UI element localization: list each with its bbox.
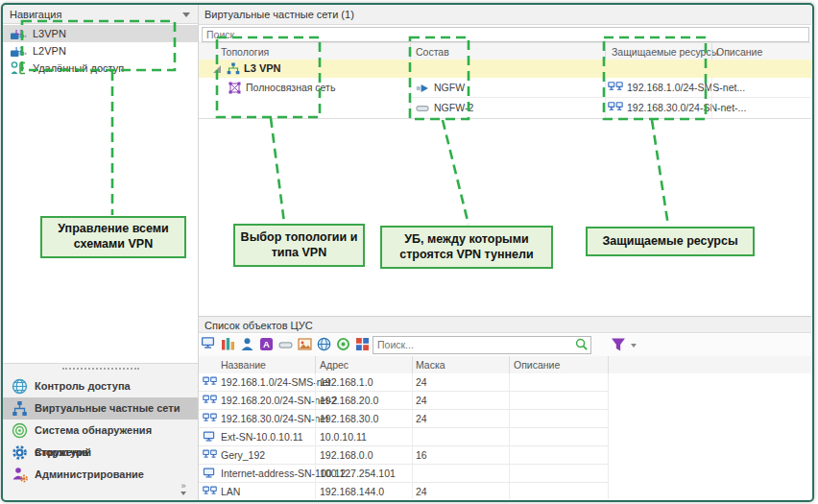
callout-manage-vpn: Управление всеми схемами VPN: [40, 216, 186, 258]
menu-item-ids[interactable]: Система обнаружения вторжений: [3, 420, 198, 442]
column-divider: [315, 373, 316, 499]
annotation-line: [271, 118, 284, 223]
column-header-members[interactable]: Состав: [416, 43, 449, 60]
objects-table-body: 192.168.1.0/24-SMS-net 192.168.1.0 24 19…: [199, 373, 811, 500]
member-label: NGFW-2: [434, 102, 473, 114]
object-row[interactable]: Internet-address-SN-100.12... 100.127.25…: [199, 465, 608, 483]
search-icon[interactable]: [575, 338, 589, 351]
column-divider: [509, 356, 510, 373]
module-menu: Контроль доступа Виртуальные частные сет…: [3, 363, 198, 501]
expand-group-icon[interactable]: [213, 65, 221, 73]
vpn-topology-row[interactable]: Полносвязная сеть NGFW NGFW-2 192.168.1.…: [199, 78, 811, 119]
object-row[interactable]: 192.168.30.0/24-SN-net 192.168.30.0 24: [199, 410, 608, 428]
objects-search-input[interactable]: [373, 337, 569, 351]
app-screenshot: Навигация L3 L3VPN L2 L2VPN Удалённый до…: [0, 0, 818, 504]
column-divider: [605, 78, 606, 118]
object-address: 192.168.144.0: [320, 483, 384, 500]
image-icon[interactable]: [298, 337, 314, 353]
object-name: 192.168.30.0/24-SN-net: [221, 410, 328, 427]
column-divider: [410, 78, 411, 118]
l2vpn-icon: L2: [10, 43, 27, 59]
user-icon[interactable]: [240, 337, 256, 353]
object-mask: 24: [416, 392, 427, 409]
objects-table-header: Название Адрес Маска Описание: [199, 356, 811, 374]
menu-item-administration[interactable]: Администрирование: [3, 464, 198, 486]
grid-icon[interactable]: [355, 337, 372, 353]
callout-tunnels: УБ, между которыми строятся VPN туннели: [380, 226, 553, 269]
column-header-mask[interactable]: Маска: [416, 356, 445, 373]
column-header-topology[interactable]: Топология: [221, 43, 269, 60]
network-icon: [203, 413, 217, 424]
filter-icon[interactable]: [611, 337, 626, 352]
target-icon[interactable]: [336, 337, 352, 353]
sidebar-item-label: L3VPN: [33, 25, 66, 42]
navigation-panel-header: Навигация: [3, 5, 198, 24]
vpn-table-header: Топология Состав Защищаемые ресурсы Опис…: [199, 42, 811, 61]
dash-icon[interactable]: [278, 337, 295, 353]
sidebar-splitter-handle[interactable]: [62, 368, 139, 370]
column-header-address[interactable]: Адрес: [320, 356, 349, 373]
network-icon: [12, 400, 28, 417]
menu-item-vpn[interactable]: Виртуальные частные сети: [3, 397, 198, 420]
object-address: 192.168.30.0: [320, 410, 378, 427]
full-mesh-icon: [229, 82, 241, 96]
object-row[interactable]: Ext-SN-10.0.10.11 10.0.10.11: [199, 428, 608, 446]
column-divider: [711, 78, 712, 118]
monitor-icon: [203, 468, 217, 479]
callout-text: Защищаемые ресурсы: [602, 234, 737, 250]
object-name: LAN: [221, 483, 240, 500]
object-mask: 24: [416, 483, 427, 500]
object-mask: 24: [416, 410, 427, 427]
monitor-icon: [203, 431, 217, 443]
globe-icon: [12, 378, 28, 395]
collapse-menu-button[interactable]: »: [180, 483, 186, 495]
object-row[interactable]: 192.168.20.0/24-SN-net-2 192.168.20.0 24: [199, 392, 608, 410]
network-icon: [608, 102, 623, 115]
page-title: Виртуальные частные сети (1): [204, 9, 354, 20]
annotation-line: [652, 120, 668, 226]
objects-toolbar: [199, 334, 811, 357]
object-name: Gery_192: [221, 446, 265, 464]
column-header-description[interactable]: Описание: [514, 356, 560, 373]
sidebar-item-l2vpn[interactable]: L2 L2VPN: [3, 42, 198, 60]
sidebar-item-label: Удалённый доступ: [33, 60, 124, 77]
vpn-search-input[interactable]: [203, 28, 808, 41]
l2-badge: L2: [15, 41, 23, 59]
column-header-resources[interactable]: Защищаемые ресурсы: [612, 43, 718, 60]
admin-icon: [12, 467, 28, 483]
letter-a-icon[interactable]: [259, 337, 276, 353]
object-address: 10.0.10.11: [320, 428, 367, 445]
object-row[interactable]: 192.168.1.0/24-SMS-net 192.168.1.0 24: [199, 373, 608, 392]
l3vpn-topology-icon: [227, 62, 240, 75]
object-address: 192.168.0.0: [320, 446, 373, 464]
callout-resources: Защищаемые ресурсы: [586, 227, 755, 256]
collapse-panel-icon[interactable]: [182, 12, 190, 17]
columns-icon[interactable]: [221, 337, 237, 353]
group-row-label: L3 VPN: [244, 60, 281, 78]
column-divider: [608, 373, 609, 499]
arrow-device-icon: [416, 84, 429, 95]
sidebar-item-l3vpn[interactable]: L3 L3VPN: [3, 25, 198, 42]
column-header-name[interactable]: Название: [221, 356, 266, 373]
object-row[interactable]: Gery_192 192.168.0.0 16: [199, 446, 608, 465]
menu-item-structure[interactable]: Структура: [3, 442, 198, 464]
network-icon: [203, 486, 217, 497]
vpn-group-row[interactable]: L3 VPN: [199, 60, 811, 79]
box-device-icon: [416, 104, 429, 115]
column-header-description[interactable]: Описание: [716, 43, 762, 60]
chevron-double-icon: »: [180, 483, 186, 490]
menu-item-access-control[interactable]: Контроль доступа: [3, 375, 198, 397]
object-row[interactable]: LAN 192.168.144.0 24: [199, 483, 608, 501]
filter-dropdown-icon[interactable]: [631, 344, 637, 348]
sidebar-item-remote-access[interactable]: Удалённый доступ: [3, 60, 198, 77]
remote-access-icon: [10, 60, 27, 76]
column-divider: [605, 43, 606, 60]
object-address: 192.168.1.0: [320, 373, 373, 391]
callout-text: Выбор топологии и типа VPN: [235, 230, 363, 260]
globe-icon[interactable]: [317, 337, 333, 353]
vpn-panel-title-bar: Виртуальные частные сети (1): [199, 5, 811, 25]
monitor-icon[interactable]: [201, 337, 217, 353]
column-divider: [412, 356, 413, 373]
network-icon: [203, 376, 217, 388]
chevron-down-icon: [180, 492, 186, 495]
